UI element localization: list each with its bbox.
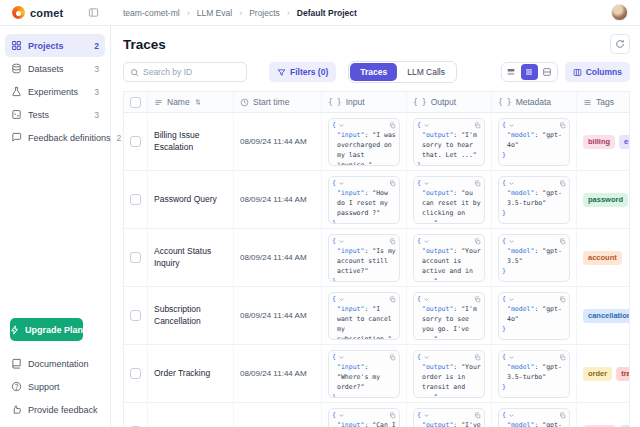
column-header-metadata[interactable]: {} Metadata	[492, 92, 577, 112]
table-row[interactable]: Subscription Cancellation08/09/24 11:44 …	[124, 287, 629, 345]
sidebar-item-tests[interactable]: Tests3	[5, 103, 105, 126]
user-avatar[interactable]	[611, 4, 628, 21]
output-code-cell[interactable]: {"output": "I've submitted your refund r…	[413, 408, 485, 427]
copy-icon[interactable]	[389, 412, 396, 419]
copy-icon[interactable]	[559, 296, 566, 303]
metadata-code-cell[interactable]: {"model": "gpt-4o"}	[498, 118, 570, 166]
sort-icon[interactable]	[194, 98, 202, 106]
chevron-down-icon[interactable]	[508, 296, 515, 303]
row-checkbox[interactable]	[130, 368, 141, 379]
copy-icon[interactable]	[474, 354, 481, 361]
output-code-cell[interactable]: {"output": "I'm sorry to see you go. I'v…	[413, 292, 485, 340]
tab-traces[interactable]: Traces	[350, 63, 397, 81]
chevron-down-icon[interactable]	[338, 296, 345, 303]
copy-icon[interactable]	[389, 180, 396, 187]
breadcrumb-item[interactable]: team-comet-ml	[123, 8, 180, 18]
grid-icon	[11, 40, 22, 51]
search-input[interactable]	[143, 67, 240, 77]
row-checkbox[interactable]	[130, 310, 141, 321]
density-compact-icon[interactable]	[503, 64, 520, 80]
row-checkbox[interactable]	[130, 194, 141, 205]
chevron-down-icon[interactable]	[338, 238, 345, 245]
input-code-cell[interactable]: {"input": "How do I reset my password ?"…	[328, 176, 400, 224]
copy-icon[interactable]	[474, 180, 481, 187]
metadata-code-cell[interactable]: {"model": "gpt-3.5"}	[498, 408, 570, 427]
input-code-cell[interactable]: {"input": "I want to cancel my subscript…	[328, 292, 400, 340]
select-all-checkbox[interactable]	[130, 97, 141, 108]
column-header-tags[interactable]: Tags	[577, 92, 629, 112]
tab-llm-calls[interactable]: LLM Calls	[397, 63, 455, 81]
sidebar-item-feedback-definitions[interactable]: Feedback definitions2	[5, 126, 105, 149]
refresh-button[interactable]	[610, 34, 630, 54]
sidebar-item-datasets[interactable]: Datasets3	[5, 57, 105, 80]
table-row[interactable]: Refund Request08/09/24 11:44 AM{"input":…	[124, 403, 629, 427]
sidebar-item-documentation[interactable]: Documentation	[5, 352, 105, 375]
sidebar-item-provide-feedback[interactable]: Provide feedback	[5, 398, 105, 421]
sidebar-item-experiments[interactable]: Experiments3	[5, 80, 105, 103]
copy-icon[interactable]	[559, 412, 566, 419]
input-code-cell[interactable]: {"input": "Can I get a refund for my las…	[328, 408, 400, 427]
copy-icon[interactable]	[474, 296, 481, 303]
output-code-cell[interactable]: {"output": "ou can reset it by clicking …	[413, 176, 485, 224]
copy-icon[interactable]	[559, 354, 566, 361]
copy-icon[interactable]	[389, 238, 396, 245]
chevron-down-icon[interactable]	[423, 122, 430, 129]
metadata-code-cell[interactable]: {"model": "gpt-3.5-turbo"}	[498, 176, 570, 224]
chevron-down-icon[interactable]	[338, 354, 345, 361]
table-row[interactable]: Billing Issue Escalation08/09/24 11:44 A…	[124, 113, 629, 171]
breadcrumb-item[interactable]: Default Project	[297, 8, 357, 18]
chevron-down-icon[interactable]	[423, 238, 430, 245]
copy-icon[interactable]	[389, 296, 396, 303]
copy-icon[interactable]	[559, 122, 566, 129]
sidebar-item-projects[interactable]: Projects2	[5, 34, 105, 57]
table-row[interactable]: Order Tracking08/09/24 11:44 AM{"input":…	[124, 345, 629, 403]
chevron-down-icon[interactable]	[508, 238, 515, 245]
chevron-down-icon[interactable]	[508, 354, 515, 361]
sidebar-collapse-icon[interactable]	[88, 7, 99, 18]
input-code-cell[interactable]: {"input": "I was overcharged on my last …	[328, 118, 400, 166]
density-default-icon[interactable]	[521, 64, 538, 80]
search-box[interactable]	[123, 62, 247, 82]
chevron-down-icon[interactable]	[508, 180, 515, 187]
copy-icon[interactable]	[559, 180, 566, 187]
column-header-name[interactable]: Name	[148, 92, 234, 112]
copy-icon[interactable]	[474, 122, 481, 129]
chevron-down-icon[interactable]	[338, 412, 345, 419]
copy-icon[interactable]	[389, 122, 396, 129]
chevron-down-icon[interactable]	[338, 180, 345, 187]
column-header-start-time[interactable]: Start time	[234, 92, 322, 112]
chevron-down-icon[interactable]	[508, 412, 515, 419]
copy-icon[interactable]	[559, 238, 566, 245]
comet-logo[interactable]: comet	[12, 6, 84, 19]
chevron-down-icon[interactable]	[338, 122, 345, 129]
row-checkbox[interactable]	[130, 136, 141, 147]
output-code-cell[interactable]: {"output": "Your order is in transit and…	[413, 350, 485, 398]
output-code-cell[interactable]: {"output": "Your account is active and i…	[413, 234, 485, 282]
upgrade-plan-button[interactable]: Upgrade Plan	[10, 318, 83, 341]
copy-icon[interactable]	[389, 354, 396, 361]
chevron-down-icon[interactable]	[423, 296, 430, 303]
chevron-down-icon[interactable]	[423, 354, 430, 361]
chevron-down-icon[interactable]	[423, 180, 430, 187]
column-header-input[interactable]: {} Input	[322, 92, 407, 112]
breadcrumb-item[interactable]: Projects	[249, 8, 280, 18]
input-code-cell[interactable]: {"input": "Is my account still active?"}	[328, 234, 400, 282]
columns-button[interactable]: Columns	[565, 62, 630, 82]
density-expanded-icon[interactable]	[539, 64, 556, 80]
metadata-code-cell[interactable]: {"model": "gpt-3.5-turbo"}	[498, 350, 570, 398]
copy-icon[interactable]	[474, 238, 481, 245]
filters-button[interactable]: Filters (0)	[269, 62, 336, 82]
chevron-down-icon[interactable]	[423, 412, 430, 419]
table-row[interactable]: Account Status Inquiry08/09/24 11:44 AM{…	[124, 229, 629, 287]
sidebar-item-support[interactable]: Support	[5, 375, 105, 398]
metadata-code-cell[interactable]: {"model": "gpt-3.5"}	[498, 234, 570, 282]
output-code-cell[interactable]: {"output": "I'm sorry to hear that. Let …	[413, 118, 485, 166]
copy-icon[interactable]	[474, 412, 481, 419]
breadcrumb-item[interactable]: LLM Eval	[197, 8, 232, 18]
input-code-cell[interactable]: {"input": "Where's my order?"}	[328, 350, 400, 398]
metadata-code-cell[interactable]: {"model": "gpt-4o"}	[498, 292, 570, 340]
chevron-down-icon[interactable]	[508, 122, 515, 129]
table-row[interactable]: Password Query08/09/24 11:44 AM{"input":…	[124, 171, 629, 229]
row-checkbox[interactable]	[130, 252, 141, 263]
column-header-output[interactable]: {} Output	[407, 92, 492, 112]
